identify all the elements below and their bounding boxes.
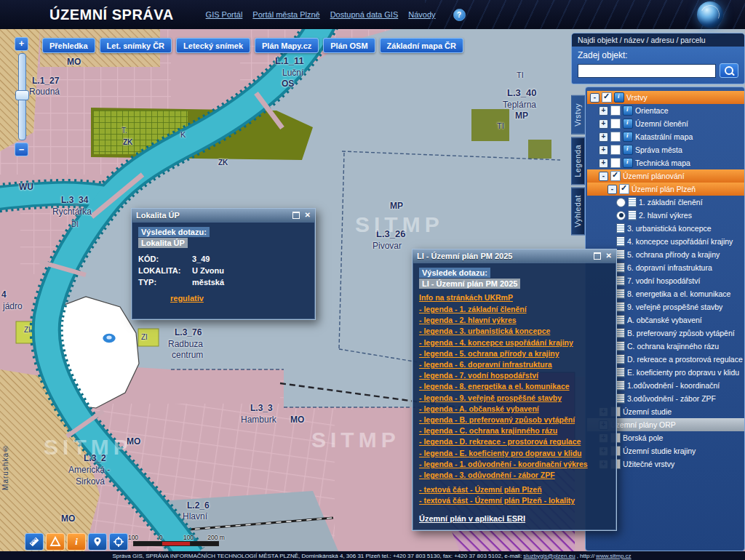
layer-group-sprava-mesta[interactable]: + Správa města	[587, 143, 744, 156]
checkbox[interactable]	[610, 158, 621, 168]
plan-popup-titlebar[interactable]: LI - Územní plán PM 2025	[413, 249, 616, 263]
footer-email-link[interactable]: sluzbygis@plzen.eu	[523, 553, 575, 559]
legend-link[interactable]: - legenda - 6. dopravní infrastruktura	[419, 359, 610, 370]
layer-group-katastralni-mapa[interactable]: + Katastrální mapa	[587, 130, 744, 143]
scalebar-label: 200 m	[207, 534, 225, 541]
basemap-plan-mapycz-button[interactable]: Plán Mapy.cz	[255, 38, 319, 53]
zoom-slider[interactable]	[18, 53, 26, 140]
legend-link[interactable]: - legenda - 8. energetika a el. komunika…	[419, 381, 610, 392]
expand-icon[interactable]: +	[599, 145, 608, 155]
legend-link[interactable]: - legenda - 7. vodní hospodářství	[419, 370, 610, 381]
layer-doc-icon	[616, 223, 625, 233]
legend-link[interactable]: - legenda - 3. odůvodnění - zábor ZPF	[419, 470, 610, 481]
layer-group-uzemni-cleneni[interactable]: + Územní členění	[587, 117, 744, 130]
close-icon[interactable]	[305, 212, 311, 219]
legend-link[interactable]: - legenda - 4. koncepce uspořádání kraji…	[419, 337, 610, 348]
legend-link[interactable]: - legenda - 9. veřejně prospěšné stavby	[419, 393, 610, 404]
collapse-icon[interactable]: -	[607, 185, 617, 194]
layer-item[interactable]: 4. koncepce uspořádání krajiny	[587, 235, 744, 248]
tab-vyhledat[interactable]: Vyhledat	[571, 187, 585, 235]
layer-group-technicka-mapa[interactable]: + Technická mapa	[587, 156, 744, 169]
legend-link[interactable]: - legenda - 2. hlavní výkres	[419, 315, 610, 326]
legend-link[interactable]: - legenda - 1. základní členění	[419, 304, 610, 315]
draw-tool-button[interactable]	[46, 533, 65, 551]
layer-group-vrstvy[interactable]: - Vrstvy	[587, 91, 744, 104]
basemap-zakladni-mapa-button[interactable]: Základní mapa ČR	[380, 38, 463, 53]
nav-gis-portal-link[interactable]: GIS Portál	[206, 10, 243, 19]
nav-portal-mesta-link[interactable]: Portál města Plzně	[252, 10, 319, 19]
popup-title: Lokalita ÚP	[136, 211, 287, 220]
layer-item[interactable]: 3. urbanistická koncepce	[587, 222, 744, 235]
search-input[interactable]	[578, 64, 716, 78]
lokalita-popup-titlebar[interactable]: Lokalita ÚP	[132, 209, 315, 222]
expand-icon[interactable]: +	[599, 159, 608, 168]
text-part-link[interactable]: - textová část - Územní plán Plzeň - lok…	[419, 495, 610, 506]
location-tool-button[interactable]	[88, 533, 107, 551]
layer-item-label: B. preferovaný způsob vytápění	[627, 329, 735, 337]
basemap-letecky-snimek-button[interactable]: Letecký snímek	[176, 38, 250, 53]
nav-navody-link[interactable]: Návody	[408, 10, 435, 19]
legend-link[interactable]: - legenda - C. ochrana krajinného rázu	[419, 425, 610, 436]
compass-icon	[113, 536, 124, 548]
checkbox[interactable]	[610, 132, 621, 142]
tab-legenda[interactable]: Legenda	[571, 137, 585, 185]
zoom-slider-handle[interactable]	[15, 90, 29, 100]
layer-item[interactable]: 2. hlavní výkres	[587, 209, 744, 222]
layer-item[interactable]: 1. základní členění	[587, 196, 744, 209]
checkbox[interactable]	[610, 145, 621, 155]
info-icon[interactable]	[623, 119, 633, 129]
legend-link[interactable]: - legenda - 1. odůvodnění - koordinační …	[419, 459, 610, 470]
map-pin-marker[interactable]	[103, 333, 116, 343]
legend-link[interactable]: - legenda - 3. urbanistická koncepce	[419, 326, 610, 337]
info-icon[interactable]	[623, 105, 633, 116]
footer-url-link[interactable]: www.sitmp.cz	[596, 553, 631, 559]
info-tool-button[interactable]: i	[67, 533, 86, 551]
layer-item-label: 1.odůvodnění - koordinační	[627, 381, 720, 390]
checkbox[interactable]	[610, 119, 621, 129]
measure-tool-button[interactable]	[25, 533, 44, 551]
close-icon[interactable]	[606, 252, 612, 260]
nav-dostupna-data-link[interactable]: Dostupná data GIS	[330, 10, 399, 19]
basemap-prehledka-button[interactable]: Přehledka	[42, 38, 95, 53]
minimize-icon[interactable]	[594, 252, 601, 260]
info-icon[interactable]	[623, 132, 633, 142]
checkbox[interactable]	[619, 184, 629, 194]
basemap-let-snimky-button[interactable]: Let. snímky ČR	[100, 38, 172, 53]
legend-link[interactable]: - legenda - D. rekreace - prostorová reg…	[419, 436, 610, 447]
info-icon[interactable]	[623, 145, 633, 155]
expand-icon[interactable]: +	[599, 132, 608, 142]
scalebar: 1000100200 m	[133, 534, 235, 546]
text-part-link[interactable]: - textová část - Územní plán Plzeň	[419, 484, 610, 495]
layer-radio-button[interactable]	[616, 211, 626, 220]
help-icon[interactable]: ?	[453, 9, 466, 21]
compass-tool-button[interactable]	[109, 533, 128, 551]
checkbox[interactable]	[610, 171, 621, 181]
layer-radio-button[interactable]	[616, 198, 626, 207]
esri-app-link[interactable]: Územní plán v aplikaci ESRI	[419, 514, 610, 523]
checkbox[interactable]	[602, 92, 612, 103]
regulativ-link[interactable]: regulativ	[170, 294, 204, 303]
field-value: U Zvonu	[192, 266, 224, 275]
checkbox[interactable]	[610, 105, 621, 116]
layer-group-uzemni-planovani[interactable]: - Územní plánování	[587, 169, 744, 183]
basemap-plan-osm-button[interactable]: Plán OSM	[323, 38, 375, 53]
collapse-icon[interactable]: -	[599, 172, 608, 181]
plan-popup-links: - legenda - 1. základní členění- legenda…	[419, 304, 610, 481]
minimize-icon[interactable]	[292, 212, 300, 219]
legend-link[interactable]: - legenda - B. preferovaný způsob vytápě…	[419, 415, 610, 425]
legend-link[interactable]: - legenda - E. koeficienty pro dopravu v…	[419, 448, 610, 459]
zoom-out-button[interactable]: −	[15, 143, 28, 156]
tab-vrstvy[interactable]: Vrstvy	[571, 95, 585, 135]
info-icon[interactable]	[614, 92, 624, 103]
expand-icon[interactable]: +	[599, 106, 608, 116]
collapse-icon[interactable]: -	[590, 93, 599, 103]
legend-link[interactable]: - legenda - 5. ochrana přírody a krajiny	[419, 348, 610, 359]
legend-link[interactable]: - legenda - A. občanské vybavení	[419, 404, 610, 415]
info-icon[interactable]	[623, 158, 633, 168]
ukrmp-info-link[interactable]: Info na stránkách UKRmP	[419, 293, 610, 302]
layer-group-uzemni-plan-plzen[interactable]: - Územní plán Plzeň	[587, 183, 744, 196]
expand-icon[interactable]: +	[599, 119, 608, 129]
layer-group-orientace[interactable]: + Orientace	[587, 104, 744, 117]
zoom-in-button[interactable]: +	[15, 37, 28, 51]
search-button[interactable]	[720, 63, 738, 78]
